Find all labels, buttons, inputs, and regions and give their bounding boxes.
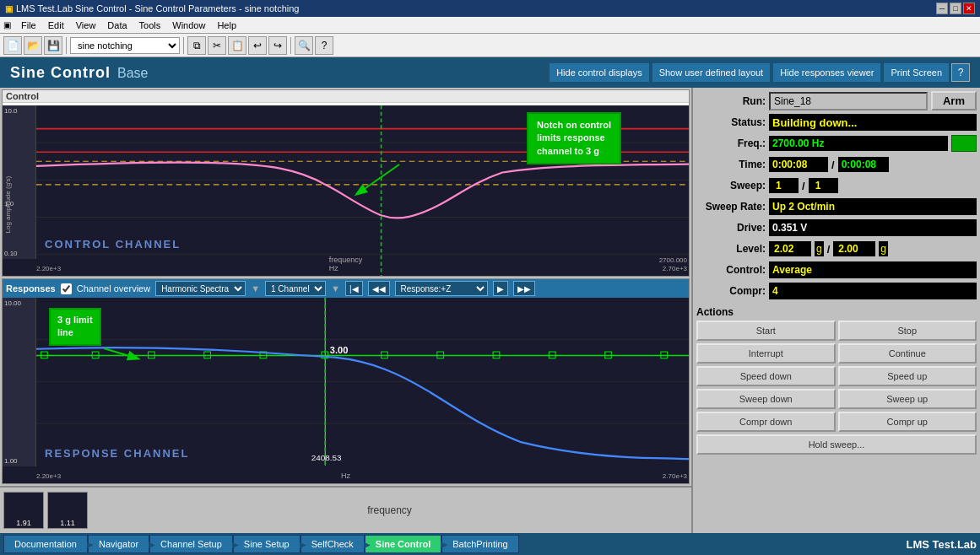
responses-panel: Responses Channel overview Harmonic Spec… — [2, 278, 690, 484]
nav-prev-button[interactable]: ◀◀ — [368, 281, 390, 296]
nav-last-button[interactable]: ▶▶ — [513, 281, 535, 296]
open-button[interactable]: 📂 — [24, 36, 42, 55]
nav-documentation[interactable]: Documentation — [3, 535, 88, 553]
status-label: Status: — [696, 116, 766, 128]
cut-button[interactable]: ✂ — [208, 36, 226, 55]
response-xmax: 2.70e+3 — [663, 472, 687, 480]
menu-tools[interactable]: Tools — [134, 19, 166, 32]
responses-label: Responses — [6, 283, 56, 294]
sweep-value2: 1 — [809, 178, 838, 193]
control-row: Control: Average — [696, 261, 977, 279]
channel-overview-checkbox[interactable] — [61, 283, 72, 294]
actions-grid: Start Stop Interrupt Continue Speed down… — [696, 321, 977, 455]
start-button[interactable]: Start — [696, 321, 836, 341]
control-channel-label: CONTROL CHANNEL — [45, 238, 181, 251]
menu-window[interactable]: Window — [167, 19, 210, 32]
nav-channel-setup[interactable]: Channel Setup — [149, 535, 233, 553]
paste-button[interactable]: 📋 — [228, 36, 246, 55]
minimize-button[interactable]: ─ — [936, 3, 948, 14]
time-label: Time: — [696, 159, 766, 170]
nav-navigator[interactable]: Navigator — [88, 535, 149, 553]
response-chart-svg: 3.00 2408.53 — [36, 298, 689, 466]
undo-button[interactable]: ↩ — [248, 36, 267, 55]
bottom-panel: 1.91 1.11 frequency — [0, 486, 691, 533]
hold-sweep-button[interactable]: Hold sweep... — [696, 434, 977, 455]
zoom-button[interactable]: 🔍 — [295, 36, 313, 55]
frequency-label: frequency — [91, 504, 688, 516]
save-button[interactable]: 💾 — [44, 36, 62, 55]
menu-file[interactable]: File — [16, 19, 41, 32]
harmonic-spectra-select[interactable]: Harmonic Spectra — [155, 281, 246, 296]
control-xright: 2700.000 — [659, 256, 687, 264]
sweep-down-button[interactable]: Sweep down — [696, 389, 836, 409]
hide-control-displays-button[interactable]: Hide control displays — [549, 62, 650, 83]
drive-value: 0.351 V — [769, 219, 977, 236]
help-toolbar-button[interactable]: ? — [315, 36, 333, 55]
nav-sine-control[interactable]: Sine Control — [365, 535, 441, 553]
speed-down-button[interactable]: Speed down — [696, 366, 836, 386]
level-value1: 2.02 — [769, 241, 811, 256]
sweep-rate-value: Up 2 Oct/min — [769, 198, 977, 215]
speed-up-button[interactable]: Speed up — [838, 366, 977, 386]
maximize-button[interactable]: □ — [950, 3, 961, 14]
menu-help[interactable]: Help — [212, 19, 241, 32]
preset-select[interactable]: sine notching — [70, 37, 180, 54]
compr-up-button[interactable]: Compr up — [838, 412, 977, 432]
nav-batch-printing[interactable]: BatchPrinting — [441, 535, 518, 553]
run-input[interactable] — [769, 92, 928, 110]
redo-button[interactable]: ↪ — [268, 36, 287, 55]
control-chart-area: 10.0 1.0 0.10 Log amplitude (g's) — [3, 105, 689, 276]
thumbnail-2[interactable]: 1.11 — [47, 492, 88, 529]
help-button[interactable]: ? — [951, 63, 970, 82]
title-bar-text: LMS Test.Lab Sine Control - Sine Control… — [16, 3, 299, 13]
svg-text:3.00: 3.00 — [330, 345, 348, 355]
control-x-unit: frequency Hz — [329, 256, 363, 272]
bottom-nav: Documentation Navigator Channel Setup Si… — [0, 533, 980, 555]
level-row: Level: 2.02 g / 2.00 g — [696, 240, 977, 258]
freq-bar — [951, 135, 977, 152]
new-button[interactable]: 📄 — [3, 36, 22, 55]
sweep-value1: 1 — [769, 178, 799, 193]
nav-sine-setup[interactable]: Sine Setup — [233, 535, 300, 553]
interrupt-button[interactable]: Interrupt — [696, 343, 836, 364]
copy-button[interactable]: ⧉ — [187, 36, 206, 55]
print-screen-button[interactable]: Print Screen — [883, 62, 950, 83]
menu-bar: ▣ File Edit View Data Tools Window Help — [0, 17, 980, 34]
status-value: Building down... — [769, 114, 977, 131]
nav-first-button[interactable]: |◀ — [345, 281, 363, 296]
svg-text:2408.53: 2408.53 — [311, 453, 342, 462]
response-chart-area: 10.00 1.00 — [3, 298, 689, 483]
response-channel-label: RESPONSE CHANNEL — [45, 447, 189, 460]
time-row: Time: 0:00:08 / 0:00:08 — [696, 155, 977, 174]
level-value2: 2.00 — [833, 241, 875, 256]
menu-data[interactable]: Data — [102, 19, 132, 32]
channel-count-select[interactable]: 1 Channel — [265, 281, 326, 296]
menu-edit[interactable]: Edit — [43, 19, 69, 32]
close-button[interactable]: ✕ — [963, 3, 975, 14]
level-unit2: g — [879, 241, 888, 256]
thumbnail-1[interactable]: 1.91 — [3, 492, 44, 529]
sweep-row: Sweep: 1 / 1 — [696, 176, 977, 195]
hide-responses-viewer-button[interactable]: Hide responses viewer — [772, 62, 881, 83]
time-value2: 0:00:08 — [838, 157, 889, 172]
show-user-layout-button[interactable]: Show user defined layout — [652, 62, 772, 83]
control-annotation: Notch on controllimits responsechannel t… — [527, 112, 621, 164]
run-row: Run: Arm — [696, 91, 977, 110]
control-chart: Control 10.0 1.0 0.10 Log amplitude (g's… — [2, 89, 690, 277]
compr-down-button[interactable]: Compr down — [696, 412, 836, 432]
app-icon: ▣ — [5, 4, 13, 13]
control-freq-label: frequency — [329, 256, 363, 264]
sweep-up-button[interactable]: Sweep up — [838, 389, 977, 409]
responses-toolbar: Responses Channel overview Harmonic Spec… — [3, 279, 689, 298]
stop-button[interactable]: Stop — [838, 321, 977, 341]
compr-row: Compr: 4 — [696, 282, 977, 300]
menu-view[interactable]: View — [71, 19, 101, 32]
nav-selfcheck[interactable]: SelfCheck — [300, 535, 365, 553]
continue-button[interactable]: Continue — [838, 343, 977, 364]
response-annotation: 3 g limitline — [49, 308, 101, 346]
drive-label: Drive: — [696, 222, 766, 234]
response-select[interactable]: Response:+Z — [395, 281, 488, 296]
nav-next-button[interactable]: ▶ — [493, 281, 508, 296]
response-xmin: 2.20e+3 — [36, 472, 61, 480]
arm-button[interactable]: Arm — [931, 91, 977, 110]
